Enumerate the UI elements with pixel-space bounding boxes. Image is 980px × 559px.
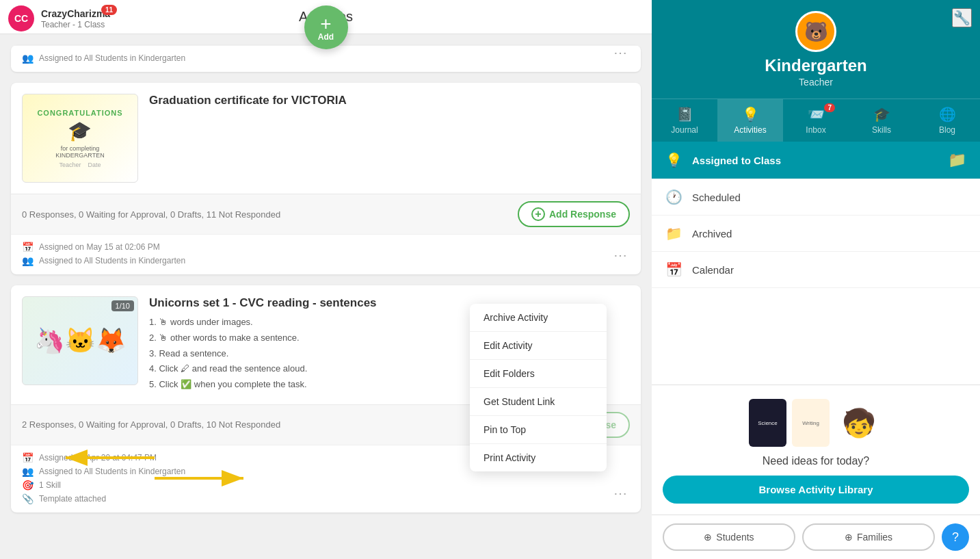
grad-footer-text: Teacher Date xyxy=(37,161,122,168)
thumb-badge: 1/10 xyxy=(111,300,134,311)
inbox-icon: 📨 xyxy=(808,106,825,122)
tab-blog[interactable]: 🌐 Blog xyxy=(914,99,980,142)
assigned-to-row: 👥 Assigned to All Students in Kindergart… xyxy=(22,53,630,64)
skill-icon: 🎯 xyxy=(22,480,34,491)
sidebar-menu-assigned-to-class[interactable]: 💡 Assigned to Class 📁 xyxy=(652,142,980,179)
main-content-area: 👥 Assigned to All Students in Kindergart… xyxy=(0,34,652,559)
sidebar-menu-scheduled[interactable]: 🕐 Scheduled xyxy=(652,179,980,216)
activities-icon: 💡 xyxy=(742,106,759,122)
calendar-menu-icon: 📅 xyxy=(665,261,683,278)
context-menu-archive[interactable]: Archive Activity xyxy=(470,304,607,332)
unicorn-template-label: Template attached xyxy=(39,494,106,504)
graduation-card: CONGRATULATIONS 🎓 for completingKINDERGA… xyxy=(11,83,641,274)
students-label: Students xyxy=(716,532,754,543)
tab-activities-label: Activities xyxy=(734,125,766,135)
user-role: Teacher - 1 Class xyxy=(41,20,110,29)
tab-journal[interactable]: 📓 Journal xyxy=(652,99,717,142)
ideas-girl-illustration: 🧒 xyxy=(835,399,883,447)
tab-inbox-label: Inbox xyxy=(806,125,825,135)
ideas-card-writing: Writing xyxy=(792,399,830,447)
user-name: CrazyCharizma xyxy=(41,8,110,19)
grad-subtitle: for completingKINDERGARTEN xyxy=(37,145,122,159)
user-notification-badge: 11 xyxy=(101,5,117,15)
unicorn-card: 🦄🐱🦊 1/10 Unicorns set 1 - CVC reading - … xyxy=(11,285,641,512)
sidebar-teacher-label: Teacher xyxy=(799,77,833,88)
graduation-add-response-button[interactable]: + Add Response xyxy=(518,201,630,227)
add-response-label: Add Response xyxy=(549,209,616,220)
tab-skills[interactable]: 🎓 Skills xyxy=(849,99,914,142)
ideas-card-science: Science xyxy=(749,399,786,447)
sidebar-nav: 📓 Journal 💡 Activities 7 📨 Inbox 🎓 Skill… xyxy=(652,99,980,142)
calendar-label: Calendar xyxy=(692,264,734,276)
grad-illustration: 🎓 xyxy=(37,120,122,142)
unicorn-assigned-to: Assigned to All Students in Kindergarten xyxy=(39,467,185,476)
students-plus-icon: ⊕ xyxy=(704,532,712,543)
help-icon: ? xyxy=(952,530,959,545)
families-label: Families xyxy=(857,532,892,543)
calendar-icon-2: 📅 xyxy=(22,452,34,463)
archived-icon: 📁 xyxy=(665,225,683,242)
browse-activity-library-button[interactable]: Browse Activity Library xyxy=(663,476,969,504)
unicorn-thumb-wrapper: 🦄🐱🦊 1/10 xyxy=(22,296,138,385)
archived-label: Archived xyxy=(692,228,732,239)
science-label: Science xyxy=(758,420,777,426)
scheduled-label: Scheduled xyxy=(692,192,741,203)
skills-icon: 🎓 xyxy=(873,106,890,122)
grad-congratulations-text: CONGRATULATIONS xyxy=(37,109,122,117)
ideas-illustration: Science Writing 🧒 xyxy=(749,399,883,447)
graduation-thumbnail: CONGRATULATIONS 🎓 for completingKINDERGA… xyxy=(22,94,138,183)
graduation-card-footer: 📅 Assigned on May 15 at 02:06 PM 👥 Assig… xyxy=(11,234,641,274)
add-fab-button[interactable]: + Add xyxy=(304,5,348,49)
assigned-to-text: Assigned to All Students in Kindergarten xyxy=(39,53,185,63)
graduation-assigned-to-row: 👥 Assigned to All Students in Kindergart… xyxy=(22,255,630,266)
context-menu-student-link[interactable]: Get Student Link xyxy=(470,388,607,416)
sidebar-menu-archived[interactable]: 📁 Archived xyxy=(652,216,980,252)
context-menu-pin[interactable]: Pin to Top xyxy=(470,416,607,444)
class-avatar: 🐻 xyxy=(795,11,836,52)
graduation-card-body: CONGRATULATIONS 🎓 for completingKINDERGA… xyxy=(11,83,641,194)
ideas-text: Need ideas for today? xyxy=(763,455,870,467)
unicorn-illustration: 🦄🐱🦊 xyxy=(34,326,127,355)
unicorn-response-stats: 2 Responses, 0 Waiting for Approval, 0 D… xyxy=(22,419,280,430)
more-options-button-top[interactable]: ⋯ xyxy=(608,42,633,64)
graduation-assigned-to: Assigned to All Students in Kindergarten xyxy=(39,256,185,265)
sidebar: 🔧 🐻 Kindergarten Teacher 📓 Journal 💡 Act… xyxy=(652,0,980,559)
context-menu-folders[interactable]: Edit Folders xyxy=(470,360,607,388)
tab-blog-label: Blog xyxy=(939,125,955,135)
blog-icon: 🌐 xyxy=(939,106,956,122)
sidebar-header: 🔧 🐻 Kindergarten Teacher xyxy=(652,0,980,99)
students-button[interactable]: ⊕ Students xyxy=(663,523,795,551)
paperclip-icon: 📎 xyxy=(22,493,34,504)
plus-circle-icon: + xyxy=(531,207,545,221)
unicorn-skill-count: 1 Skill xyxy=(39,480,61,490)
user-info-bar: CC CrazyCharizma 11 Teacher - 1 Class xyxy=(8,5,110,31)
scheduled-icon: 🕐 xyxy=(665,189,683,205)
journal-icon: 📓 xyxy=(676,106,693,122)
help-button[interactable]: ? xyxy=(942,523,969,551)
sidebar-menu-calendar[interactable]: 📅 Calendar xyxy=(652,252,980,288)
inbox-badge: 7 xyxy=(824,103,835,112)
ideas-section: Science Writing 🧒 Need ideas for today? … xyxy=(652,385,980,515)
graduation-card-title: Graduation certificate for VICTORIA xyxy=(149,94,630,107)
tab-activities[interactable]: 💡 Activities xyxy=(717,99,783,142)
user-avatar[interactable]: CC xyxy=(8,5,34,31)
families-button[interactable]: ⊕ Families xyxy=(802,523,935,551)
sidebar-bottom: ⊕ Students ⊕ Families ? xyxy=(652,515,980,559)
context-menu-edit[interactable]: Edit Activity xyxy=(470,332,607,360)
graduation-response-bar: 0 Responses, 0 Waiting for Approval, 0 D… xyxy=(11,194,641,234)
more-options-button-grad[interactable]: ⋯ xyxy=(608,244,633,266)
families-plus-icon: ⊕ xyxy=(845,532,853,543)
students-icon: 👥 xyxy=(22,53,34,64)
tab-inbox[interactable]: 7 📨 Inbox xyxy=(783,99,849,142)
graduation-response-stats: 0 Responses, 0 Waiting for Approval, 0 D… xyxy=(22,209,280,220)
settings-button[interactable]: 🔧 xyxy=(952,8,972,27)
tab-journal-label: Journal xyxy=(671,125,698,135)
graduation-card-content: Graduation certificate for VICTORIA xyxy=(149,94,630,113)
unicorn-assigned-on: Assigned on Apr 20 at 04:47 PM xyxy=(39,453,157,463)
context-menu-print[interactable]: Print Activity xyxy=(470,444,607,471)
more-options-button-unicorn[interactable]: ⋯ xyxy=(608,482,633,504)
students-icon-2: 👥 xyxy=(22,255,34,266)
graduation-assigned-on: Assigned on May 15 at 02:06 PM xyxy=(39,242,160,252)
unicorn-template-row: 📎 Template attached xyxy=(22,493,630,504)
unicorn-skill-row: 🎯 1 Skill xyxy=(22,480,630,491)
